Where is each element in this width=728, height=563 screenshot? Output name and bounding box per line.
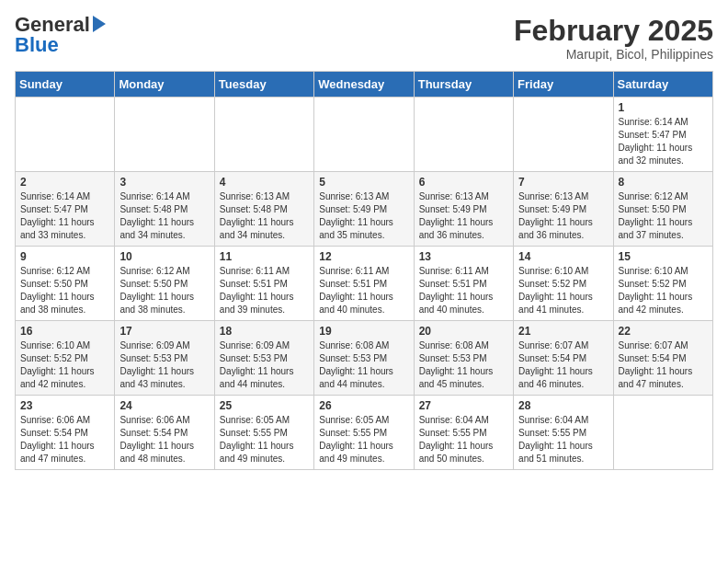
calendar-cell: 20Sunrise: 6:08 AM Sunset: 5:53 PM Dayli… bbox=[414, 321, 513, 396]
day-info: Sunrise: 6:06 AM Sunset: 5:54 PM Dayligh… bbox=[119, 414, 209, 465]
calendar-cell: 11Sunrise: 6:11 AM Sunset: 5:51 PM Dayli… bbox=[214, 247, 313, 321]
logo: General Blue bbox=[15, 15, 106, 55]
calendar-cell: 4Sunrise: 6:13 AM Sunset: 5:48 PM Daylig… bbox=[214, 172, 313, 247]
day-info: Sunrise: 6:13 AM Sunset: 5:49 PM Dayligh… bbox=[419, 190, 508, 242]
calendar-cell: 16Sunrise: 6:10 AM Sunset: 5:52 PM Dayli… bbox=[16, 321, 115, 396]
day-info: Sunrise: 6:14 AM Sunset: 5:47 PM Dayligh… bbox=[619, 116, 708, 167]
calendar-cell bbox=[214, 98, 313, 172]
calendar-cell: 10Sunrise: 6:12 AM Sunset: 5:50 PM Dayli… bbox=[115, 247, 214, 321]
day-info: Sunrise: 6:11 AM Sunset: 5:51 PM Dayligh… bbox=[220, 265, 309, 316]
calendar-cell: 24Sunrise: 6:06 AM Sunset: 5:54 PM Dayli… bbox=[115, 396, 214, 470]
calendar-cell: 26Sunrise: 6:05 AM Sunset: 5:55 PM Dayli… bbox=[314, 396, 414, 470]
day-number: 6 bbox=[419, 176, 508, 189]
calendar-header-monday: Monday bbox=[115, 72, 214, 98]
day-number: 20 bbox=[419, 325, 508, 338]
calendar-cell: 25Sunrise: 6:05 AM Sunset: 5:55 PM Dayli… bbox=[214, 396, 313, 470]
location-subtitle: Marupit, Bicol, Philippines bbox=[514, 47, 713, 62]
calendar-week-4: 16Sunrise: 6:10 AM Sunset: 5:52 PM Dayli… bbox=[16, 321, 713, 396]
calendar-header-tuesday: Tuesday bbox=[214, 72, 313, 98]
day-info: Sunrise: 6:05 AM Sunset: 5:55 PM Dayligh… bbox=[220, 414, 309, 465]
day-number: 17 bbox=[119, 325, 209, 338]
calendar-cell: 15Sunrise: 6:10 AM Sunset: 5:52 PM Dayli… bbox=[613, 247, 712, 321]
calendar-cell: 2Sunrise: 6:14 AM Sunset: 5:47 PM Daylig… bbox=[16, 172, 115, 247]
day-number: 24 bbox=[119, 399, 209, 412]
calendar-header-saturday: Saturday bbox=[613, 72, 712, 98]
logo-general-text: General bbox=[15, 15, 90, 35]
day-number: 8 bbox=[619, 176, 708, 189]
calendar-table: SundayMondayTuesdayWednesdayThursdayFrid… bbox=[15, 71, 713, 470]
day-number: 19 bbox=[319, 325, 408, 338]
day-number: 7 bbox=[518, 176, 608, 189]
day-number: 5 bbox=[319, 176, 408, 189]
calendar-cell: 3Sunrise: 6:14 AM Sunset: 5:48 PM Daylig… bbox=[115, 172, 214, 247]
calendar-cell: 23Sunrise: 6:06 AM Sunset: 5:54 PM Dayli… bbox=[16, 396, 115, 470]
day-number: 22 bbox=[619, 325, 708, 338]
day-number: 2 bbox=[20, 176, 109, 189]
calendar-cell: 27Sunrise: 6:04 AM Sunset: 5:55 PM Dayli… bbox=[414, 396, 513, 470]
calendar-cell: 21Sunrise: 6:07 AM Sunset: 5:54 PM Dayli… bbox=[514, 321, 613, 396]
calendar-cell: 8Sunrise: 6:12 AM Sunset: 5:50 PM Daylig… bbox=[613, 172, 712, 247]
day-info: Sunrise: 6:10 AM Sunset: 5:52 PM Dayligh… bbox=[20, 339, 109, 391]
day-number: 3 bbox=[119, 176, 209, 189]
calendar-cell bbox=[613, 396, 712, 470]
day-number: 23 bbox=[20, 399, 109, 412]
day-info: Sunrise: 6:10 AM Sunset: 5:52 PM Dayligh… bbox=[518, 265, 608, 316]
day-number: 18 bbox=[220, 325, 309, 338]
day-number: 12 bbox=[319, 250, 408, 263]
calendar-cell: 17Sunrise: 6:09 AM Sunset: 5:53 PM Dayli… bbox=[115, 321, 214, 396]
day-info: Sunrise: 6:06 AM Sunset: 5:54 PM Dayligh… bbox=[20, 414, 109, 465]
day-info: Sunrise: 6:14 AM Sunset: 5:47 PM Dayligh… bbox=[20, 190, 109, 242]
calendar-week-2: 2Sunrise: 6:14 AM Sunset: 5:47 PM Daylig… bbox=[16, 172, 713, 247]
calendar-header-thursday: Thursday bbox=[414, 72, 513, 98]
calendar-cell: 12Sunrise: 6:11 AM Sunset: 5:51 PM Dayli… bbox=[314, 247, 414, 321]
calendar-cell bbox=[115, 98, 214, 172]
day-number: 9 bbox=[20, 250, 109, 263]
calendar-cell: 7Sunrise: 6:13 AM Sunset: 5:49 PM Daylig… bbox=[514, 172, 613, 247]
calendar-cell: 28Sunrise: 6:04 AM Sunset: 5:55 PM Dayli… bbox=[514, 396, 613, 470]
day-info: Sunrise: 6:05 AM Sunset: 5:55 PM Dayligh… bbox=[319, 414, 408, 465]
page-header: General Blue February 2025 Marupit, Bico… bbox=[15, 15, 713, 62]
day-info: Sunrise: 6:13 AM Sunset: 5:48 PM Dayligh… bbox=[220, 190, 309, 242]
calendar-cell: 22Sunrise: 6:07 AM Sunset: 5:54 PM Dayli… bbox=[613, 321, 712, 396]
day-info: Sunrise: 6:11 AM Sunset: 5:51 PM Dayligh… bbox=[319, 265, 408, 316]
calendar-cell: 13Sunrise: 6:11 AM Sunset: 5:51 PM Dayli… bbox=[414, 247, 513, 321]
calendar-header-sunday: Sunday bbox=[16, 72, 115, 98]
day-number: 13 bbox=[419, 250, 508, 263]
title-block: February 2025 Marupit, Bicol, Philippine… bbox=[514, 15, 713, 62]
calendar-header-friday: Friday bbox=[514, 72, 613, 98]
calendar-cell bbox=[16, 98, 115, 172]
calendar-cell: 6Sunrise: 6:13 AM Sunset: 5:49 PM Daylig… bbox=[414, 172, 513, 247]
calendar-cell: 19Sunrise: 6:08 AM Sunset: 5:53 PM Dayli… bbox=[314, 321, 414, 396]
month-year-title: February 2025 bbox=[514, 15, 713, 47]
day-info: Sunrise: 6:07 AM Sunset: 5:54 PM Dayligh… bbox=[518, 339, 608, 391]
calendar-cell: 9Sunrise: 6:12 AM Sunset: 5:50 PM Daylig… bbox=[16, 247, 115, 321]
day-number: 10 bbox=[119, 250, 209, 263]
calendar-cell: 18Sunrise: 6:09 AM Sunset: 5:53 PM Dayli… bbox=[214, 321, 313, 396]
calendar-header-wednesday: Wednesday bbox=[314, 72, 414, 98]
day-info: Sunrise: 6:11 AM Sunset: 5:51 PM Dayligh… bbox=[419, 265, 508, 316]
day-info: Sunrise: 6:04 AM Sunset: 5:55 PM Dayligh… bbox=[419, 414, 508, 465]
calendar-week-5: 23Sunrise: 6:06 AM Sunset: 5:54 PM Dayli… bbox=[16, 396, 713, 470]
day-number: 16 bbox=[20, 325, 109, 338]
calendar-week-1: 1Sunrise: 6:14 AM Sunset: 5:47 PM Daylig… bbox=[16, 98, 713, 172]
calendar-cell: 1Sunrise: 6:14 AM Sunset: 5:47 PM Daylig… bbox=[613, 98, 712, 172]
day-info: Sunrise: 6:09 AM Sunset: 5:53 PM Dayligh… bbox=[220, 339, 309, 391]
day-info: Sunrise: 6:09 AM Sunset: 5:53 PM Dayligh… bbox=[119, 339, 209, 391]
day-info: Sunrise: 6:12 AM Sunset: 5:50 PM Dayligh… bbox=[619, 190, 708, 242]
day-number: 11 bbox=[220, 250, 309, 263]
day-number: 28 bbox=[518, 399, 608, 412]
day-info: Sunrise: 6:08 AM Sunset: 5:53 PM Dayligh… bbox=[319, 339, 408, 391]
calendar-cell bbox=[514, 98, 613, 172]
calendar-cell bbox=[314, 98, 414, 172]
day-info: Sunrise: 6:13 AM Sunset: 5:49 PM Dayligh… bbox=[518, 190, 608, 242]
day-number: 25 bbox=[220, 399, 309, 412]
day-info: Sunrise: 6:07 AM Sunset: 5:54 PM Dayligh… bbox=[619, 339, 708, 391]
day-info: Sunrise: 6:10 AM Sunset: 5:52 PM Dayligh… bbox=[619, 265, 708, 316]
day-number: 21 bbox=[518, 325, 608, 338]
calendar-cell: 14Sunrise: 6:10 AM Sunset: 5:52 PM Dayli… bbox=[514, 247, 613, 321]
day-info: Sunrise: 6:14 AM Sunset: 5:48 PM Dayligh… bbox=[119, 190, 209, 242]
calendar-week-3: 9Sunrise: 6:12 AM Sunset: 5:50 PM Daylig… bbox=[16, 247, 713, 321]
logo-triangle-icon bbox=[93, 16, 106, 32]
logo-blue-text: Blue bbox=[15, 35, 106, 55]
day-number: 1 bbox=[619, 101, 708, 114]
